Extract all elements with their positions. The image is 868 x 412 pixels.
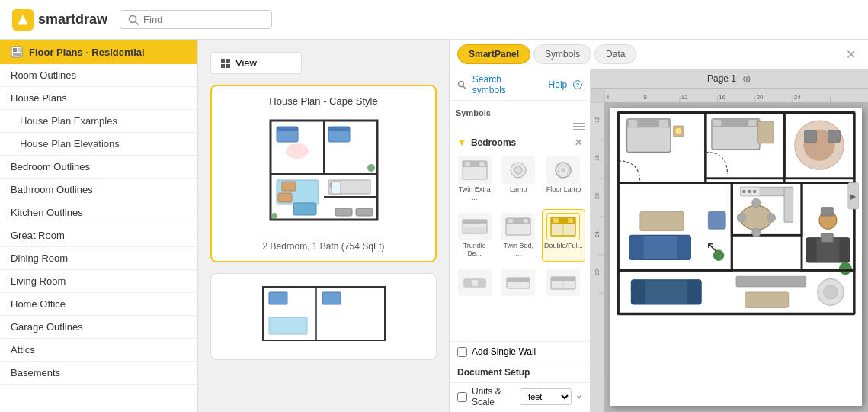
symbol-twin-extra[interactable]: Twin Extra ... <box>454 153 495 206</box>
svg-text:12: 12 <box>594 117 600 123</box>
symbol-floor-lamp[interactable]: Floor Lamp <box>542 153 585 206</box>
units-scale-checkbox[interactable] <box>457 392 467 402</box>
svg-rect-109 <box>748 120 756 126</box>
symbol-double-full[interactable]: Double/Ful... <box>542 209 585 262</box>
svg-rect-122 <box>677 235 690 259</box>
svg-point-104 <box>675 127 682 134</box>
svg-rect-151 <box>687 280 701 304</box>
symbol-label-double-full: Double/Ful... <box>544 242 583 250</box>
svg-rect-124 <box>708 211 725 229</box>
sidebar-item-garage-outlines[interactable]: Garage Outlines <box>0 316 197 339</box>
svg-rect-16 <box>277 127 298 131</box>
svg-text:4: 4 <box>606 94 610 101</box>
svg-rect-28 <box>282 182 296 191</box>
search-symbols-link[interactable]: Search symbols <box>472 74 536 95</box>
svg-rect-115 <box>828 130 840 143</box>
svg-rect-152 <box>736 276 806 287</box>
svg-rect-6 <box>13 53 21 56</box>
sidebar-item-bathroom-outlines[interactable]: Bathroom Outlines <box>0 179 197 201</box>
panel-tabs: SmartPanel Symbols Data ✕ <box>450 40 868 69</box>
template-card-1[interactable]: House Plan - Cape Style <box>210 85 437 262</box>
svg-rect-121 <box>629 235 643 259</box>
add-wall-checkbox[interactable] <box>457 347 467 357</box>
canvas-content[interactable]: ↖ ▶ <box>604 102 868 412</box>
svg-text:20: 20 <box>757 94 764 101</box>
symbol-lamp[interactable]: Lamp <box>498 153 538 206</box>
symbol-trundle-bed[interactable]: Trundle Be... <box>454 209 495 262</box>
units-scale-label: Units & Scale <box>472 386 515 407</box>
sidebar: Floor Plans - Residential Room Outlines … <box>0 40 198 412</box>
sidebar-item-house-plan-examples[interactable]: House Plan Examples <box>0 110 197 133</box>
symbol-icon-lamp <box>501 156 535 184</box>
symbol-extra-2[interactable] <box>498 265 538 301</box>
template-image-2 <box>255 283 392 344</box>
panel-close-button[interactable]: ✕ <box>841 46 860 63</box>
sidebar-item-house-plans[interactable]: House Plans <box>0 87 197 110</box>
search-box[interactable] <box>120 10 272 29</box>
svg-rect-24 <box>332 182 341 194</box>
svg-rect-153 <box>745 292 788 308</box>
template-subtitle-1: 2 Bedroom, 1 Bath (754 SqFt) <box>221 241 426 252</box>
svg-point-26 <box>271 213 277 219</box>
sidebar-item-home-office[interactable]: Home Office <box>0 293 197 316</box>
svg-point-51 <box>561 168 565 172</box>
sidebar-item-living-room[interactable]: Living Room <box>0 270 197 293</box>
svg-rect-20 <box>278 193 292 202</box>
svg-text:↖: ↖ <box>706 238 719 256</box>
template-card-2[interactable] <box>210 273 437 360</box>
symbols-search-row: Search symbols Help ? <box>450 69 590 101</box>
svg-rect-58 <box>524 219 528 223</box>
svg-rect-30 <box>356 208 373 216</box>
svg-rect-129 <box>784 187 793 222</box>
add-wall-row[interactable]: Add Single Wall <box>450 341 590 362</box>
svg-point-36 <box>458 82 463 87</box>
svg-rect-65 <box>464 279 472 287</box>
svg-rect-57 <box>508 219 513 223</box>
symbols-section-close[interactable]: ✕ <box>575 137 582 148</box>
grid-icon <box>220 58 231 69</box>
search-input[interactable] <box>143 14 250 25</box>
tab-smartpanel[interactable]: SmartPanel <box>457 44 530 64</box>
sidebar-item-great-room[interactable]: Great Room <box>0 224 197 247</box>
sidebar-item-kitchen-outlines[interactable]: Kitchen Outlines <box>0 201 197 224</box>
svg-rect-123 <box>640 211 684 230</box>
svg-point-137 <box>737 214 745 222</box>
sidebar-item-dining-room[interactable]: Dining Room <box>0 247 197 270</box>
symbol-twin-bed[interactable]: Twin Bed, ... <box>498 209 538 262</box>
logo: smartdraw <box>12 9 107 31</box>
sidebar-header[interactable]: Floor Plans - Residential <box>0 40 197 64</box>
main-area: Floor Plans - Residential Room Outlines … <box>0 40 868 412</box>
svg-point-146 <box>839 262 851 275</box>
sidebar-item-bedroom-outlines[interactable]: Bedroom Outlines <box>0 156 197 179</box>
symbols-section-label: Bedrooms <box>471 137 516 148</box>
svg-text:16: 16 <box>594 155 600 161</box>
svg-rect-70 <box>551 277 575 281</box>
sidebar-item-attics[interactable]: Attics <box>0 339 197 362</box>
canvas-area: Page 1 ⊕ 4 8 <box>591 69 868 412</box>
add-page-button[interactable]: ⊕ <box>742 72 751 85</box>
units-scale-dropdown[interactable]: feet meters inches <box>520 388 572 405</box>
tab-data[interactable]: Data <box>594 44 636 64</box>
symbols-body: Symbols ▼ Bedrooms ✕ <box>450 101 590 341</box>
svg-rect-53 <box>463 220 487 224</box>
symbols-menu-icon[interactable] <box>573 122 585 131</box>
symbol-extra-1[interactable] <box>454 265 495 301</box>
svg-point-131 <box>742 190 746 194</box>
sidebar-item-basements[interactable]: Basements <box>0 362 197 385</box>
svg-rect-33 <box>269 292 287 304</box>
svg-rect-142 <box>839 238 850 262</box>
logo-icon <box>12 9 34 31</box>
svg-text:?: ? <box>576 82 580 89</box>
view-button[interactable]: View <box>210 52 302 74</box>
svg-rect-5 <box>18 48 21 52</box>
sidebar-item-house-plan-elevations[interactable]: House Plan Elevations <box>0 133 197 156</box>
tab-symbols[interactable]: Symbols <box>533 44 591 64</box>
center-panel: View House Plan - Cape Style <box>198 40 449 412</box>
sidebar-item-room-outlines[interactable]: Room Outlines <box>0 64 197 87</box>
canvas-page[interactable]: ↖ ▶ <box>610 108 862 406</box>
help-link[interactable]: Help <box>549 79 568 90</box>
symbols-grid: Twin Extra ... Lamp <box>454 153 585 301</box>
document-setup[interactable]: Document Setup <box>450 362 590 382</box>
symbol-icon-floor-lamp <box>546 156 580 184</box>
symbol-extra-3[interactable] <box>542 265 585 301</box>
